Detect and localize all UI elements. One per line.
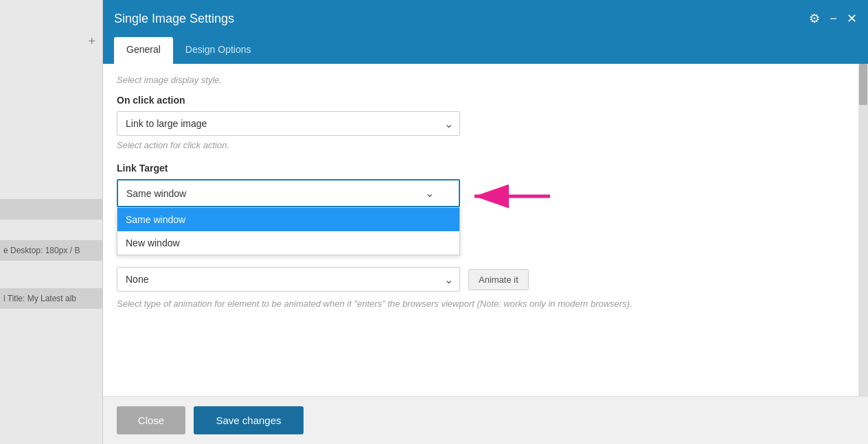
link-target-section: Link Target Same window ⌄ Same window Ne…	[117, 163, 854, 212]
link-target-value: Same window	[126, 188, 186, 199]
dialog-title: Single Image Settings	[114, 12, 234, 26]
dialog: Single Image Settings ⚙ − ✕ General Desi…	[103, 0, 868, 444]
dropdown-item-same-window[interactable]: Same window	[117, 208, 459, 231]
link-target-label: Link Target	[117, 163, 854, 174]
pink-arrow	[471, 183, 553, 212]
tab-design-options[interactable]: Design Options	[173, 37, 264, 64]
chevron-down-icon-2: ⌄	[425, 187, 434, 200]
dropdown-item-new-window[interactable]: New window	[117, 231, 459, 255]
link-target-select-box[interactable]: Same window ⌄	[117, 179, 460, 207]
left-panel-bar	[0, 199, 102, 220]
on-click-action-select[interactable]: None Link to large image Open in lightbo…	[117, 111, 460, 136]
gear-icon[interactable]: ⚙	[809, 11, 820, 26]
animation-select-wrapper: None Fade in Slide in left Slide in righ…	[117, 267, 460, 292]
content-area: Select image display style. On click act…	[103, 64, 868, 396]
animation-hint: Select type of animation for element to …	[117, 299, 854, 309]
left-panel: + e Desktop: 180px / B l Title: My Lates…	[0, 0, 103, 444]
animation-select[interactable]: None Fade in Slide in left Slide in righ…	[117, 267, 460, 292]
tab-general[interactable]: General	[114, 37, 173, 64]
link-target-dropdown-container: Same window ⌄ Same window New window	[117, 179, 460, 207]
on-click-action-hint: Select action for click action.	[117, 140, 854, 150]
add-icon[interactable]: +	[88, 34, 95, 49]
animation-section: None Fade in Slide in left Slide in righ…	[117, 267, 854, 292]
left-panel-text2: l Title: My Latest alb	[0, 288, 102, 309]
scrollbar-thumb	[859, 64, 867, 105]
link-target-row: Same window ⌄ Same window New window	[117, 179, 854, 212]
link-target-dropdown-list: Same window New window	[117, 207, 460, 255]
close-icon[interactable]: ✕	[847, 11, 857, 26]
scrollbar[interactable]	[858, 64, 868, 396]
animate-it-button[interactable]: Animate it	[468, 269, 529, 290]
on-click-action-select-wrapper: None Link to large image Open in lightbo…	[117, 111, 460, 136]
close-button[interactable]: Close	[117, 406, 185, 434]
on-click-action-section: On click action None Link to large image…	[117, 95, 854, 150]
save-button[interactable]: Save changes	[194, 406, 304, 434]
footer: Close Save changes	[103, 396, 868, 444]
minimize-icon[interactable]: −	[830, 12, 837, 26]
display-style-hint: Select image display style.	[117, 75, 854, 85]
title-bar: Single Image Settings ⚙ − ✕	[103, 0, 868, 37]
left-panel-text1: e Desktop: 180px / B	[0, 240, 102, 261]
on-click-action-label: On click action	[117, 95, 854, 106]
tabs-bar: General Design Options	[103, 37, 868, 64]
title-bar-controls: ⚙ − ✕	[809, 11, 857, 26]
